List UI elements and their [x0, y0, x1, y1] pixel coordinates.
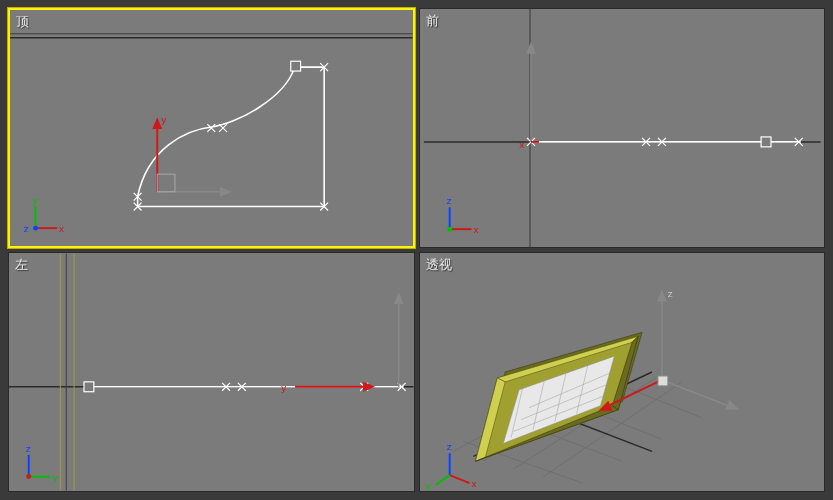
svg-rect-33 [84, 382, 94, 392]
svg-text:x: x [519, 139, 524, 150]
svg-text:y: y [33, 195, 38, 206]
svg-line-78 [435, 475, 449, 485]
svg-text:y: y [281, 382, 286, 393]
svg-text:y: y [52, 472, 57, 483]
svg-rect-74 [657, 376, 667, 386]
svg-rect-18 [761, 137, 771, 147]
viewport-canvas-top: y x y z [10, 10, 413, 246]
svg-marker-20 [526, 42, 536, 54]
svg-rect-8 [157, 174, 175, 192]
svg-text:y: y [161, 114, 166, 125]
svg-marker-71 [725, 400, 739, 410]
axis-tripod-icon: z x y [425, 441, 476, 491]
frame-object [475, 332, 642, 461]
viewport-canvas-front: x x z [420, 9, 825, 247]
viewport-front[interactable]: 前 [419, 8, 826, 248]
svg-text:x: x [59, 223, 64, 234]
svg-text:z: z [24, 223, 29, 234]
move-gizmo-icon: y [152, 114, 232, 197]
svg-rect-2 [291, 61, 301, 71]
axis-tripod-icon: y z [26, 443, 58, 483]
svg-text:z: z [667, 288, 672, 299]
axis-tripod-icon: x y z [24, 195, 64, 234]
svg-marker-7 [220, 187, 232, 197]
svg-text:z: z [446, 441, 451, 452]
svg-point-41 [26, 474, 31, 479]
svg-text:x: x [473, 224, 478, 235]
viewport-canvas-perspective: z z x y [420, 253, 825, 491]
svg-line-77 [449, 475, 469, 483]
svg-line-70 [661, 380, 732, 408]
svg-marker-37 [394, 292, 404, 304]
svg-point-25 [447, 227, 452, 232]
spline-shape-top [134, 61, 328, 210]
viewport-canvas-left: y y z [9, 253, 414, 491]
svg-text:y: y [425, 480, 430, 491]
svg-text:z: z [26, 443, 31, 454]
svg-text:z: z [446, 195, 451, 206]
svg-text:x: x [471, 478, 476, 489]
viewport-perspective[interactable]: 透视 [419, 252, 826, 492]
viewport-grid: 顶 [8, 8, 825, 492]
svg-marker-69 [656, 290, 666, 302]
axis-tripod-icon: x z [446, 195, 478, 235]
svg-marker-35 [363, 382, 375, 392]
svg-point-11 [33, 226, 38, 231]
viewport-left[interactable]: 左 [8, 252, 415, 492]
viewport-top[interactable]: 顶 [8, 8, 415, 248]
move-gizmo-icon: x [519, 42, 539, 150]
move-gizmo-icon: y [281, 292, 403, 393]
